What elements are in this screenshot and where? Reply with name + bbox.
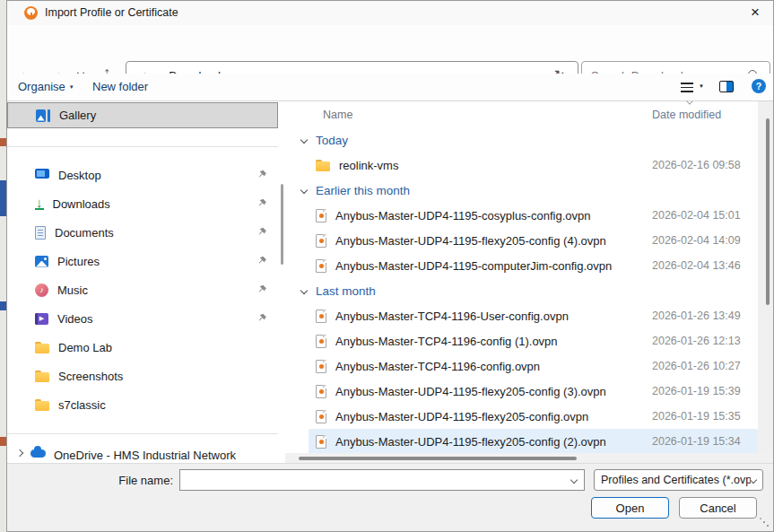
music-icon: ♪ [35,283,48,297]
navigation-sidebar: Gallery Desktop ↓ Downloads Documents Pi… [6,101,285,463]
file-name: Anybus-Master-UDP4-1195-flexy205-config … [335,435,606,449]
sidebar-item-desktop[interactable]: Desktop [7,161,278,189]
pictures-icon [35,256,48,267]
sidebar-item-videos[interactable]: ▶ Videos [7,304,278,333]
help-icon[interactable]: ? [752,79,766,93]
file-row[interactable]: Anybus-Master-UDP4-1195-flexy205-config.… [309,404,758,429]
sidebar-item-pictures[interactable]: Pictures [7,247,278,275]
openvpn-app-icon [24,6,38,20]
ovpn-file-icon [316,234,326,248]
resize-grip[interactable] [760,518,769,527]
file-name: Anybus-Master-UDP4-1195-flexy205-config.… [335,410,588,423]
view-caret-icon[interactable]: ▼ [699,83,704,89]
file-type-value: Profiles and Certificates (*.ovpr [601,474,751,486]
file-type-select[interactable]: Profiles and Certificates (*.ovpr [594,469,763,491]
group-header-last-month[interactable]: Last month [285,278,758,303]
ovpn-file-icon [316,209,326,222]
sidebar-item-documents[interactable]: Documents [7,218,278,247]
sidebar-item-label: s7classic [58,398,106,412]
gallery-icon [36,109,50,122]
desktop-icon [35,169,49,181]
folder-icon [35,371,49,382]
ovpn-file-icon [316,259,326,273]
sidebar-item-label: Music [57,283,88,297]
new-folder-button[interactable]: New folder [92,80,148,93]
file-name: Anybus-Master-UDP4-1195-flexy205-config … [335,234,606,248]
group-header-earlier-this-month[interactable]: Earlier this month [285,178,758,203]
sliver-segment [0,138,6,146]
chevron-down-icon [300,136,308,144]
ovpn-file-icon [316,310,326,323]
command-toolbar: Organise▼ New folder ▼ ? [6,74,774,101]
preview-pane-icon[interactable] [719,81,734,92]
file-date: 2026-01-26 12:13 [652,335,741,347]
combobox-chevron-icon[interactable] [570,476,578,484]
file-row-highlighted[interactable]: Anybus-Master-UDP4-1195-flexy205-config … [309,429,758,453]
sliver-segment [0,437,6,446]
column-header-date-modified[interactable]: Date modified [652,109,721,121]
file-name-combobox[interactable] [179,469,585,491]
open-button[interactable]: Open [591,497,669,519]
sidebar-item-s7classic[interactable]: s7classic [7,390,278,419]
expander-chevron-icon[interactable] [16,449,23,457]
file-row[interactable]: Anybus-Master-TCP4-1196-config.ovpn 2026… [309,353,758,379]
column-header-name[interactable]: Name [323,109,352,121]
pin-icon [257,284,267,294]
sidebar-item-music[interactable]: ♪ Music [7,275,278,304]
sidebar-item-onedrive[interactable]: OneDrive - HMS Industrial Network [7,445,278,460]
horizontal-scrollbar[interactable] [285,453,774,463]
vertical-scrollbar-thumb[interactable] [766,118,770,305]
ovpn-file-icon [316,435,326,449]
vertical-scrollbar[interactable] [758,101,774,453]
close-icon[interactable]: × [744,2,767,23]
sidebar-item-label: Screenshots [58,370,123,383]
navigation-bar: ← → ↑ ↓ › Downloads ↻ [6,25,774,74]
videos-icon: ▶ [35,313,48,325]
sidebar-item-downloads[interactable]: ↓ Downloads [7,189,278,218]
sidebar-item-gallery[interactable]: Gallery [7,102,278,128]
file-date: 2026-02-04 13:46 [652,259,741,272]
sliver-segment [0,180,6,216]
organise-label: Organise [18,80,65,93]
downloads-icon: ↓ [35,197,44,210]
group-label: Today [316,134,348,147]
file-row[interactable]: Anybus-Master-TCP4-1196-User-config.ovpn… [309,303,758,328]
file-list-pane: Name Date modified Today reolink-vms 202… [285,101,774,463]
folder-icon [35,342,49,353]
sidebar-item-label: Downloads [53,197,110,211]
sidebar-item-screenshots[interactable]: Screenshots [7,362,278,390]
sidebar-item-label: Pictures [57,255,100,268]
file-name-input[interactable] [184,471,561,489]
file-row[interactable]: reolink-vms 2026-02-16 09:58 [309,153,758,178]
file-row[interactable]: Anybus-Master-TCP4-1196-config (1).ovpn … [309,328,758,353]
sidebar-item-label: OneDrive - HMS Industrial Network [54,446,236,460]
file-row[interactable]: Anybus-Master-UDP4-1195-flexy205-config … [309,379,758,404]
file-name-label: File name: [105,474,173,487]
horizontal-scrollbar-thumb[interactable] [299,457,577,460]
file-date: 2026-02-04 14:09 [652,234,741,247]
sidebar-item-demo-lab[interactable]: Demo Lab [7,333,278,362]
ovpn-file-icon [316,360,326,373]
group-label: Last month [316,284,376,298]
pin-icon [257,198,267,208]
file-name: Anybus-Master-UDP4-1195-cosyplus-config.… [335,209,590,222]
sidebar-divider [7,433,278,434]
titlebar: Import Profile or Certificate × [6,0,774,25]
change-view-icon[interactable] [681,83,693,92]
file-row[interactable]: Anybus-Master-UDP4-1195-flexy205-config … [309,228,758,253]
sliver-segment [0,301,6,310]
file-date: 2026-01-26 10:27 [652,360,741,372]
file-name: Anybus-Master-TCP4-1196-config.ovpn [335,360,540,373]
organise-button[interactable]: Organise▼ [18,80,74,93]
cancel-button[interactable]: Cancel [679,497,757,519]
group-header-today[interactable]: Today [285,127,758,153]
ovpn-file-icon [316,385,326,398]
window-title: Import Profile or Certificate [45,6,178,19]
file-row[interactable]: Anybus-Master-UDP4-1195-cosyplus-config.… [309,203,758,228]
file-date: 2026-01-26 13:49 [652,310,741,322]
folder-icon [316,160,330,171]
file-name: Anybus-Master-TCP4-1196-User-config.ovpn [335,310,569,323]
sidebar-scrollbar[interactable] [281,184,283,265]
sidebar-item-label: Desktop [58,169,101,182]
file-row[interactable]: Anybus-Master-UDP4-1195-computerJim-conf… [309,253,758,278]
